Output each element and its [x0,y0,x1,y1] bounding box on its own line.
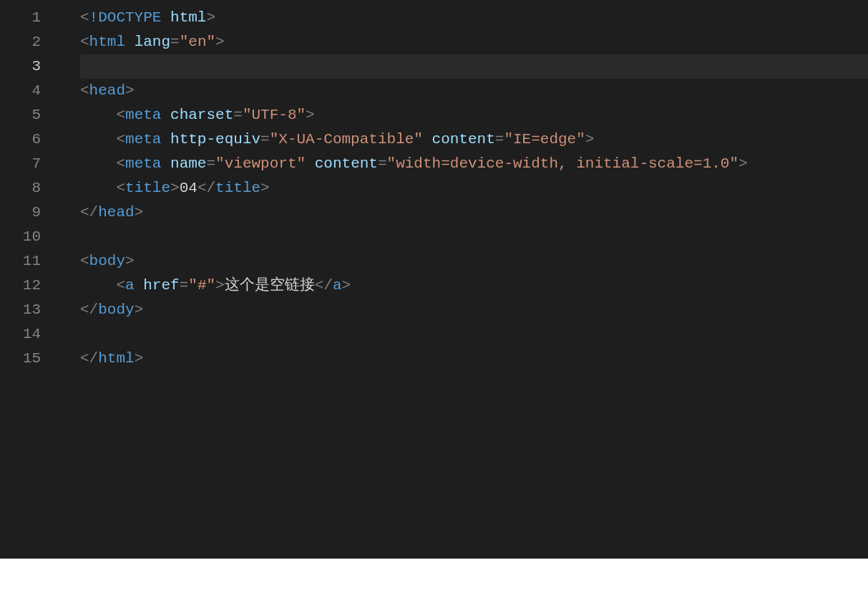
code-line[interactable]: </body> [61,298,868,322]
code-line-active[interactable] [61,54,868,79]
line-number: 3 [0,54,41,79]
code-line[interactable]: <!DOCTYPE html> [61,6,868,30]
line-number: 12 [0,274,41,298]
code-line[interactable] [61,322,868,347]
code-line[interactable]: <html lang="en"> [61,30,868,54]
line-number: 14 [0,322,41,347]
line-number: 10 [0,225,41,249]
code-line[interactable]: <title>04</title> [61,176,868,201]
code-line[interactable]: <meta http-equiv="X-UA-Compatible" conte… [61,127,868,152]
line-number: 11 [0,249,41,274]
code-line[interactable] [61,225,868,249]
line-number: 4 [0,79,41,103]
code-content[interactable]: <!DOCTYPE html> <html lang="en"> <head> … [61,6,868,559]
line-number: 9 [0,201,41,225]
code-line[interactable]: <meta charset="UTF-8"> [61,103,868,127]
line-number-gutter: 1 2 3 4 5 6 7 8 9 10 11 12 13 14 15 [0,6,61,559]
code-editor[interactable]: 1 2 3 4 5 6 7 8 9 10 11 12 13 14 15 <!DO… [0,0,868,559]
line-number: 5 [0,103,41,127]
line-number: 6 [0,127,41,152]
code-line[interactable]: </html> [61,347,868,371]
line-number: 8 [0,176,41,201]
code-line[interactable]: </head> [61,201,868,225]
line-number: 13 [0,298,41,322]
line-number: 1 [0,6,41,30]
code-line[interactable]: <body> [61,249,868,274]
code-line[interactable]: <a href="#">这个是空链接</a> [61,274,868,298]
code-line[interactable]: <head> [61,79,868,103]
line-number: 2 [0,30,41,54]
line-number: 7 [0,152,41,176]
code-line[interactable]: <meta name="viewport" content="width=dev… [61,152,868,176]
line-number: 15 [0,347,41,371]
